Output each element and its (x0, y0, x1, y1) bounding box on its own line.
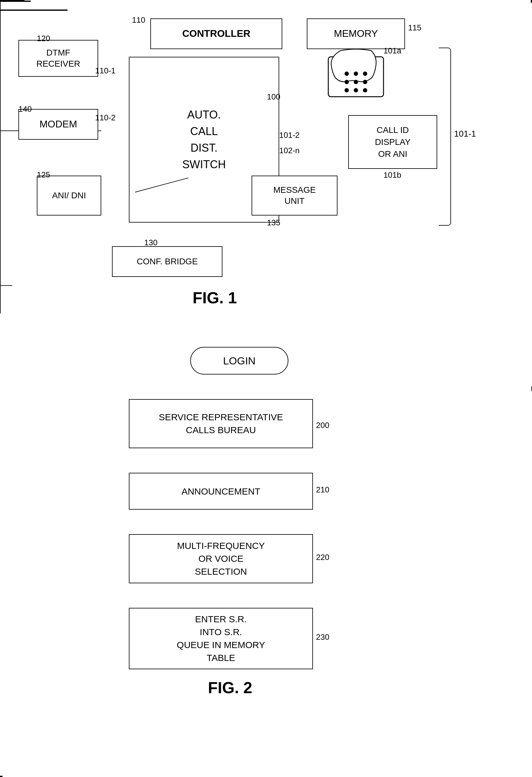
ref-101b: 101b (384, 171, 401, 180)
ref-101a: 101a (384, 46, 401, 56)
svg-point-6 (363, 80, 367, 84)
controller-box: CONTROLLER (150, 18, 282, 49)
line-ctrl-to-acd (0, 278, 1, 285)
enter-sr-box: ENTER S.R. INTO S.R. QUEUE IN MEMORY TAB… (129, 608, 313, 669)
line-v-ani2 (0, 131, 1, 156)
call-id-label: CALL ID DISPLAY OR ANI (375, 124, 410, 160)
ref-125: 125 (37, 170, 50, 180)
ani-dni-box: ANI/ DNI (37, 176, 101, 216)
ref-101-1: 101-1 (454, 129, 476, 139)
line-ctrl-acd (0, 2, 1, 9)
ani-dni-label: ANI/ DNI (52, 190, 86, 201)
call-id-box: CALL ID DISPLAY OR ANI (348, 115, 437, 169)
login-box: LOGIN (190, 347, 288, 374)
line-v-ani (0, 106, 1, 130)
mfvs-box: MULTI-FREQUENCY OR VOICE SELECTION (129, 534, 313, 583)
enter-sr-label: ENTER S.R. INTO S.R. QUEUE IN MEMORY TAB… (177, 613, 265, 664)
ref-120: 120 (37, 34, 50, 43)
line-v-acd-msg (0, 286, 1, 313)
svg-point-2 (354, 72, 358, 76)
svg-point-8 (354, 88, 358, 92)
arrow-mfvs-enter (0, 253, 1, 278)
fig1-label: FIG. 1 (153, 289, 276, 307)
memory-label: MEMORY (334, 27, 378, 40)
login-label: LOGIN (223, 354, 256, 367)
line-acd-102n (0, 10, 68, 11)
memory-box: MEMORY (307, 18, 405, 49)
fig2-label: FIG. 2 (169, 678, 291, 697)
brace-101-1 (439, 47, 451, 226)
svg-point-3 (363, 72, 367, 76)
ref-101-2: 101-2 (279, 130, 300, 140)
conf-bridge-label: CONF. BRIDGE (137, 256, 197, 267)
ref-115: 115 (408, 23, 421, 32)
svg-point-4 (345, 80, 349, 84)
ref-110: 110 (132, 15, 145, 25)
line-v-call-id2 (0, 26, 1, 57)
line-v-call-id (0, 11, 1, 26)
mfvs-label: MULTI-FREQUENCY OR VOICE SELECTION (177, 539, 265, 578)
ref-110-1: 110-1 (95, 66, 116, 76)
arrow-login-srb (0, 179, 1, 204)
ref-140: 140 (18, 104, 32, 114)
ref-230: 230 (316, 633, 329, 642)
ref-220: 220 (316, 553, 329, 562)
dtmf-box: DTMF RECEIVER (18, 40, 98, 77)
ref-100: 100 (267, 92, 280, 102)
ref-130: 130 (144, 238, 157, 247)
conf-bridge-box: CONF. BRIDGE (112, 246, 223, 277)
announcement-box: ANNOUNCEMENT (129, 473, 313, 510)
srb-label: SERVICE REPRESENTATIVE CALLS BUREAU (159, 411, 283, 437)
arrow-modem-acd (0, 1, 31, 2)
srb-box: SERVICE REPRESENTATIVE CALLS BUREAU (129, 399, 313, 448)
phone-icon (322, 47, 390, 107)
modem-label: MODEM (39, 118, 77, 131)
ref-110-2: 110-2 (95, 113, 116, 122)
arrow-ann-mfvs (0, 228, 1, 253)
message-unit-label: MESSAGE UNIT (273, 185, 316, 207)
svg-point-9 (363, 88, 367, 92)
dtmf-label: DTMF RECEIVER (36, 47, 80, 70)
diagram-container: CONTROLLER 110 MEMORY 115 DTMF RECEIVER … (0, 0, 532, 777)
ref-135: 135 (267, 218, 280, 227)
arrow-srb-ann (0, 204, 1, 228)
ref-102-n: 102-n (279, 146, 300, 155)
svg-point-5 (354, 80, 358, 84)
controller-label: CONTROLLER (182, 27, 250, 40)
announcement-label: ANNOUNCEMENT (182, 485, 260, 497)
message-unit-box: MESSAGE UNIT (252, 176, 338, 216)
line-acd-msg (0, 285, 12, 286)
arrow-to-conf (0, 156, 1, 179)
svg-point-7 (345, 88, 349, 92)
line-v-acd-down (0, 57, 1, 81)
svg-point-1 (345, 72, 349, 76)
acd-label: AUTO. CALL DIST. SWITCH (182, 107, 226, 173)
line-v-acd-down2 (0, 81, 1, 106)
ref-200: 200 (316, 421, 329, 430)
ref-210: 210 (316, 485, 329, 494)
